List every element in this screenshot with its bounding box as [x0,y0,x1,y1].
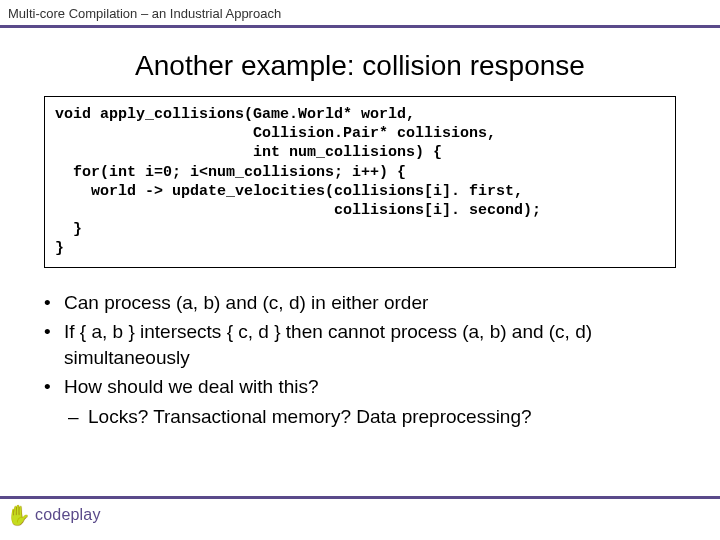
slide-title: Another example: collision response [0,50,720,82]
brand-logo: ✋ codeplay [0,499,720,531]
code-block: void apply_collisions(Game.World* world,… [44,96,676,268]
header-title: Multi-core Compilation – an Industrial A… [8,6,712,21]
bullet-list: Can process (a, b) and (c, d) in either … [44,290,676,430]
bullet-item: Can process (a, b) and (c, d) in either … [44,290,676,316]
header-bar: Multi-core Compilation – an Industrial A… [0,0,720,23]
bullet-subitem: Locks? Transactional memory? Data prepro… [44,404,676,430]
footer: ✋ codeplay [0,496,720,540]
hand-icon: ✋ [6,503,31,527]
top-divider [0,25,720,28]
bullet-item: If { a, b } intersects { c, d } then can… [44,319,676,370]
bullet-item: How should we deal with this? [44,374,676,400]
brand-text: codeplay [35,506,101,524]
